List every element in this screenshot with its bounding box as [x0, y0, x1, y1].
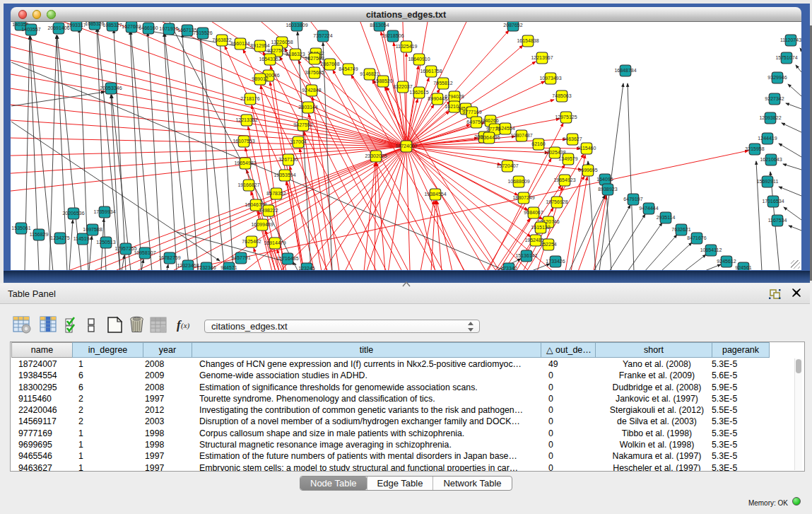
- svg-text:924561: 924561: [735, 265, 751, 270]
- svg-text:16914479: 16914479: [264, 240, 286, 245]
- svg-text:1403557: 1403557: [21, 27, 40, 32]
- svg-text:19654983: 19654983: [234, 160, 256, 165]
- svg-text:9699695: 9699695: [578, 168, 597, 173]
- svg-text:20053346: 20053346: [100, 86, 122, 90]
- svg-text:8471676: 8471676: [687, 235, 706, 240]
- svg-text:9427552: 9427552: [293, 122, 312, 127]
- svg-text:3624554: 3624554: [495, 126, 514, 131]
- svg-text:9327508: 9327508: [305, 56, 324, 61]
- svg-text:1156829: 1156829: [30, 232, 49, 237]
- svg-text:12093822: 12093822: [759, 115, 781, 120]
- svg-text:9115460: 9115460: [577, 146, 596, 151]
- svg-text:19166827: 19166827: [237, 182, 259, 187]
- svg-text:123245: 123245: [298, 266, 314, 270]
- svg-text:7625402: 7625402: [242, 239, 261, 244]
- svg-text:252254: 252254: [540, 242, 556, 247]
- svg-text:18640910: 18640910: [408, 57, 430, 62]
- svg-text:16099489: 16099489: [251, 222, 273, 227]
- svg-text:3215958: 3215958: [745, 146, 764, 151]
- svg-text:11325419: 11325419: [396, 44, 418, 49]
- svg-text:8186323: 8186323: [286, 52, 305, 57]
- svg-text:16782759: 16782759: [158, 255, 180, 260]
- svg-text:2718176: 2718176: [240, 96, 259, 101]
- svg-text:1071915: 1071915: [159, 26, 178, 31]
- svg-text:2803144: 2803144: [298, 105, 317, 110]
- svg-text:8578352: 8578352: [266, 191, 286, 196]
- svg-text:9242848: 9242848: [302, 88, 321, 93]
- svg-text:6794028: 6794028: [445, 94, 464, 99]
- svg-text:9777169: 9777169: [462, 110, 481, 115]
- svg-text:9457791: 9457791: [231, 255, 250, 260]
- svg-text:1733426: 1733426: [546, 259, 565, 264]
- svg-text:9146821: 9146821: [360, 71, 379, 76]
- svg-text:164095: 164095: [596, 177, 613, 182]
- svg-text:9329946: 9329946: [767, 75, 787, 80]
- svg-text:1232346: 1232346: [196, 265, 216, 270]
- svg-text:1535061: 1535061: [11, 226, 30, 230]
- svg-text:9245612: 9245612: [717, 259, 736, 264]
- svg-text:(x): (x): [181, 321, 190, 330]
- svg-text:8322037: 8322037: [393, 84, 412, 89]
- svg-text:1167534: 1167534: [768, 218, 787, 223]
- svg-text:989012: 989012: [252, 76, 268, 81]
- svg-text:15692911: 15692911: [757, 179, 779, 184]
- svg-text:15136141: 15136141: [515, 253, 537, 258]
- svg-text:18724007: 18724007: [395, 144, 417, 148]
- svg-text:15720407: 15720407: [496, 163, 518, 168]
- svg-text:62160: 62160: [531, 141, 546, 146]
- svg-text:944571: 944571: [220, 265, 237, 270]
- svg-text:12975125: 12975125: [555, 115, 577, 119]
- svg-text:10654112: 10654112: [700, 247, 722, 252]
- svg-text:1085326: 1085326: [85, 22, 104, 26]
- svg-text:746266: 746266: [482, 118, 498, 123]
- svg-text:6466160: 6466160: [139, 25, 158, 30]
- svg-text:9474444: 9474444: [639, 206, 658, 211]
- svg-text:10958107: 10958107: [134, 250, 155, 255]
- svg-text:8938923: 8938923: [598, 187, 617, 192]
- svg-text:17359934: 17359934: [93, 209, 115, 214]
- svg-text:16543362: 16543362: [259, 57, 281, 62]
- svg-text:19218506: 19218506: [382, 33, 404, 38]
- svg-text:9327505: 9327505: [267, 48, 286, 53]
- svg-text:7663822: 7663822: [212, 37, 231, 42]
- svg-text:173342: 173342: [500, 266, 517, 270]
- svg-text:15751074: 15751074: [775, 55, 797, 60]
- svg-text:1145194: 1145194: [73, 236, 93, 241]
- svg-text:10025438: 10025438: [543, 150, 565, 155]
- svg-text:3267130: 3267130: [278, 157, 298, 162]
- svg-text:16848784: 16848784: [614, 68, 636, 73]
- svg-text:1244419: 1244419: [758, 136, 777, 141]
- svg-text:16107553: 16107553: [233, 139, 254, 144]
- svg-text:12323468: 12323468: [177, 263, 199, 268]
- svg-text:11120743: 11120743: [780, 37, 801, 42]
- svg-text:20364436: 20364436: [478, 135, 500, 140]
- svg-text:1097588: 1097588: [83, 227, 102, 232]
- svg-text:1588520: 1588520: [373, 78, 392, 83]
- svg-text:1349579: 1349579: [558, 156, 577, 161]
- svg-text:8454749: 8454749: [339, 66, 358, 71]
- svg-text:17016534: 17016534: [762, 199, 784, 204]
- svg-text:7955812: 7955812: [433, 81, 452, 86]
- svg-text:8912954: 8912954: [250, 43, 269, 48]
- svg-text:7632621: 7632621: [671, 227, 690, 232]
- svg-text:7485063: 7485063: [552, 93, 571, 98]
- svg-text:2867608: 2867608: [320, 62, 339, 66]
- svg-text:1250513: 1250513: [96, 240, 115, 245]
- svg-text:7515526: 7515526: [193, 30, 212, 35]
- svg-text:9227342: 9227342: [765, 96, 784, 101]
- svg-text:1615132: 1615132: [531, 225, 550, 230]
- svg-text:10973493: 10973493: [539, 76, 561, 81]
- svg-text:317004: 317004: [290, 139, 306, 144]
- svg-text:15716485: 15716485: [276, 256, 298, 261]
- svg-text:13226058: 13226058: [271, 40, 293, 45]
- svg-text:1362615: 1362615: [409, 90, 428, 95]
- svg-text:10688609: 10688609: [507, 179, 529, 184]
- svg-text:18807249: 18807249: [512, 195, 534, 200]
- svg-text:8813054: 8813054: [370, 23, 389, 28]
- svg-text:16961758: 16961758: [420, 69, 442, 74]
- svg-text:3498222: 3498222: [259, 208, 278, 213]
- svg-text:19353594: 19353594: [273, 173, 295, 177]
- svg-text:23302025: 23302025: [365, 153, 387, 158]
- svg-text:2087652: 2087652: [503, 23, 522, 28]
- svg-text:16210643: 16210643: [760, 157, 782, 162]
